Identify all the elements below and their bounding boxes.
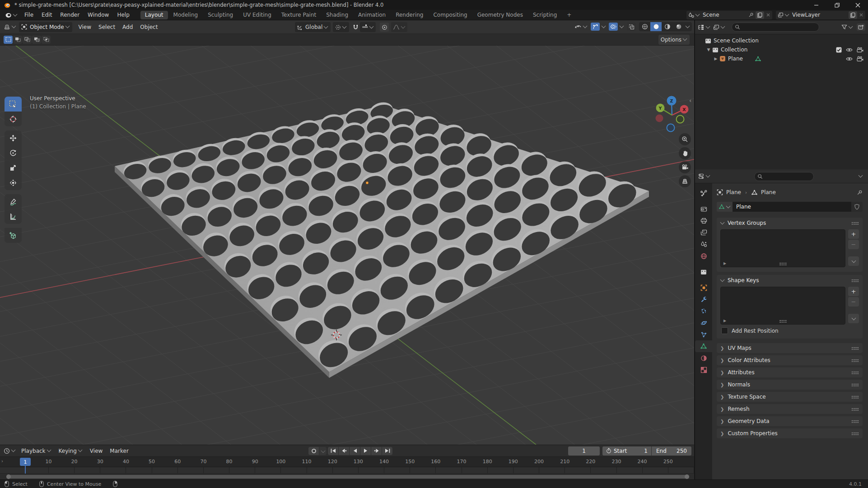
panel-remesh[interactable]: ❯Remesh [717,404,863,414]
panel-normals[interactable]: ❯Normals [717,380,863,390]
show-gizmo-toggle[interactable] [591,23,600,31]
panel-uv-maps[interactable]: ❯UV Maps [717,343,863,353]
properties-tab-render[interactable] [695,203,712,215]
vertex-groups-panel-header[interactable]: Vertex Groups [717,218,863,228]
editor-type-button[interactable] [0,448,18,454]
tool-scale[interactable] [5,160,22,175]
jump-to-start-button[interactable] [328,447,338,455]
outliner-item-label[interactable]: Plane [728,56,743,62]
outliner-search[interactable] [732,23,819,32]
timeline-menu-marker[interactable]: Marker [106,448,132,454]
list-resize-grip[interactable] [779,262,787,265]
pin-icon[interactable] [857,190,863,195]
properties-tab-physics[interactable] [695,317,712,329]
new-collection-button[interactable] [857,23,865,31]
filter-dropdown[interactable] [841,24,853,30]
menu-render[interactable]: Render [56,12,84,18]
select-mode-subtract[interactable] [23,36,32,44]
properties-tab-modifiers[interactable] [695,293,712,305]
shape-key-specials-dropdown[interactable] [848,314,859,323]
close-button[interactable] [847,0,868,10]
panel-drag-grip[interactable] [851,279,859,282]
outliner-row-plane[interactable]: ▶Plane [695,54,868,63]
panel-drag-grip[interactable] [851,359,859,362]
panel-texture-space[interactable]: ❯Texture Space [717,392,863,402]
new-scene-button[interactable] [756,11,764,19]
viewport-menu-add[interactable]: Add [119,24,136,30]
pan-view-button[interactable] [679,147,691,159]
properties-tab-particles[interactable] [695,305,712,317]
select-mode-set[interactable] [4,36,13,44]
proportional-editing-toggle[interactable] [380,23,389,32]
add-shape-key-button[interactable]: + [848,287,859,296]
viewport-menu-view[interactable]: View [75,24,95,30]
shading-wireframe-button[interactable] [639,22,650,31]
select-mode-intersect[interactable] [42,36,51,44]
timeline-expand-arrow[interactable]: › [1,459,3,464]
panel-drag-grip[interactable] [851,408,859,411]
viewport-menu-select[interactable]: Select [95,24,119,30]
disclosure-closed-icon[interactable]: ▶ [713,56,719,61]
workspace-tab-geometry-nodes[interactable]: Geometry Nodes [473,11,527,19]
orthographic-toggle-button[interactable] [679,175,691,187]
add-vertex-group-button[interactable]: + [848,229,859,239]
properties-options-dropdown[interactable] [859,173,863,178]
gizmo-x-neg-axis[interactable] [656,115,663,122]
shape-keys-panel-header[interactable]: Shape Keys [717,275,863,286]
editor-divider[interactable] [694,20,695,479]
menu-window[interactable]: Window [84,12,113,18]
camera-toggle[interactable] [857,56,863,62]
display-mode-dropdown[interactable] [713,24,725,30]
shading-dropdown[interactable] [686,23,690,28]
editor-type-button[interactable] [698,173,710,179]
properties-tab-object[interactable] [695,282,712,293]
view-layer-selector[interactable]: ViewLayer [776,11,865,19]
new-view-layer-button[interactable] [849,11,857,19]
panel-drag-grip[interactable] [851,222,859,225]
panel-drag-grip[interactable] [851,383,859,386]
workspace-tab-rendering[interactable]: Rendering [391,11,428,19]
outliner-row-collection[interactable]: ▼Collection [695,45,868,54]
workspace-tab-sculpting[interactable]: Sculpting [203,11,238,19]
list-filter-expand[interactable]: ▶ [723,319,726,323]
properties-tab-constraints[interactable] [695,329,712,340]
gizmo-y-neg-axis[interactable] [677,116,684,123]
frame-end-field[interactable]: End 250 [652,446,691,455]
properties-search[interactable] [754,172,814,181]
menu-edit[interactable]: Edit [37,12,56,18]
timeline-ruler[interactable]: 1020304050607080901001101201301401501601… [0,457,694,467]
panel-drag-grip[interactable] [851,347,859,350]
pivot-point-dropdown[interactable] [333,22,349,32]
shading-rendered-button[interactable] [673,22,684,31]
tool-move[interactable] [5,130,22,145]
properties-tab-collection[interactable] [695,266,712,278]
vertex-group-specials-dropdown[interactable] [848,256,859,266]
breadcrumb-data[interactable]: Plane [761,189,776,195]
properties-tab-material[interactable] [695,352,712,364]
workspace-tab-modeling[interactable]: Modeling [169,11,203,19]
camera-view-button[interactable] [679,161,691,173]
eye-toggle[interactable] [846,47,853,52]
timeline-menu-playback[interactable]: Playback [18,448,55,454]
eye-toggle[interactable] [846,56,853,61]
proportional-falloff-dropdown[interactable] [391,22,407,32]
xray-toggle[interactable] [627,23,636,31]
timeline-menu-keying[interactable]: Keying [55,448,86,454]
snap-toggle[interactable] [353,24,359,30]
workspace-tab-scripting[interactable]: Scripting [528,11,561,19]
properties-tab-scene[interactable] [695,238,712,250]
minimize-button[interactable] [806,0,826,10]
tool-annotate[interactable] [5,194,22,209]
options-dropdown[interactable]: Options [658,35,690,45]
auto-keying-toggle[interactable] [308,447,319,455]
list-filter-expand[interactable]: ▶ [723,261,726,265]
tool-add-cube[interactable] [5,228,22,243]
viewport-3d[interactable]: User Perspective (1) Collection | Plane … [0,46,694,445]
editor-type-button[interactable] [698,24,710,30]
overlays-dropdown[interactable] [620,23,624,28]
unlink-scene-icon[interactable] [766,13,770,17]
remove-shape-key-button[interactable]: − [848,297,859,307]
play-button[interactable] [360,447,371,455]
gizmo-z-neg-axis[interactable] [667,124,675,132]
outliner-item-label[interactable]: Scene Collection [714,37,759,44]
